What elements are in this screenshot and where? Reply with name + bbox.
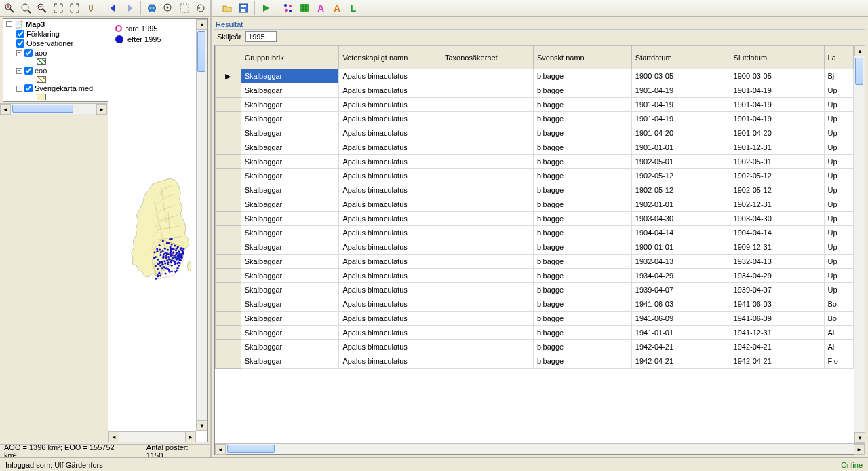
- cell[interactable]: 1902-05-12: [631, 183, 730, 197]
- cell[interactable]: Apalus bimaculatus: [339, 255, 441, 269]
- cell[interactable]: Up: [824, 226, 853, 240]
- cell[interactable]: [441, 83, 533, 98]
- cell[interactable]: bibagge: [534, 312, 632, 326]
- cell[interactable]: Up: [824, 155, 853, 169]
- table-row[interactable]: SkalbaggarApalus bimaculatusbibagge1901-…: [216, 98, 854, 112]
- zoom-extent-icon[interactable]: [52, 1, 65, 15]
- observation-point[interactable]: [168, 258, 170, 260]
- row-header[interactable]: [216, 326, 241, 340]
- cell[interactable]: Skalbaggar: [241, 183, 339, 197]
- cell[interactable]: Apalus bimaculatus: [339, 83, 441, 98]
- table-row[interactable]: SkalbaggarApalus bimaculatusbibagge1901-…: [216, 126, 854, 140]
- row-header[interactable]: [216, 212, 241, 226]
- table-row[interactable]: SkalbaggarApalus bimaculatusbibagge1901-…: [216, 112, 854, 126]
- observation-point[interactable]: [174, 263, 176, 265]
- cell[interactable]: Skalbaggar: [241, 98, 339, 112]
- cell[interactable]: Skalbaggar: [241, 112, 339, 126]
- row-header[interactable]: [216, 155, 241, 169]
- cell[interactable]: Apalus bimaculatus: [339, 326, 441, 340]
- cell[interactable]: Skalbaggar: [241, 169, 339, 183]
- grid-vscroll[interactable]: ▲▼: [854, 45, 865, 443]
- cell[interactable]: 1902-05-01: [730, 155, 824, 169]
- cell[interactable]: Apalus bimaculatus: [339, 69, 441, 83]
- cell[interactable]: bibagge: [534, 83, 632, 98]
- row-header[interactable]: [216, 354, 241, 369]
- cell[interactable]: Skalbaggar: [241, 312, 339, 326]
- row-header[interactable]: [216, 169, 241, 183]
- cell[interactable]: [441, 297, 533, 312]
- cell[interactable]: Skalbaggar: [241, 297, 339, 312]
- cell[interactable]: bibagge: [534, 269, 632, 283]
- cell[interactable]: Up: [824, 169, 853, 183]
- observation-point[interactable]: [174, 255, 176, 257]
- cell[interactable]: Bo: [824, 297, 853, 312]
- cell[interactable]: 1900-03-05: [631, 69, 730, 83]
- save-icon[interactable]: [237, 1, 250, 15]
- letter-a-pink-icon[interactable]: A: [314, 1, 328, 15]
- observation-point[interactable]: [180, 248, 182, 250]
- open-icon[interactable]: [220, 1, 234, 15]
- observation-point[interactable]: [181, 257, 183, 259]
- table-row[interactable]: ▶SkalbaggarApalus bimaculatusbibagge1900…: [216, 69, 854, 83]
- observation-point[interactable]: [159, 248, 161, 250]
- cell[interactable]: All: [824, 340, 853, 354]
- observation-point[interactable]: [167, 242, 170, 244]
- cell[interactable]: Skalbaggar: [241, 354, 339, 369]
- table-row[interactable]: SkalbaggarApalus bimaculatusbibagge1939-…: [216, 283, 854, 297]
- cell[interactable]: 1941-06-09: [631, 312, 730, 326]
- table-row[interactable]: SkalbaggarApalus bimaculatusbibagge1902-…: [216, 183, 854, 197]
- observation-point[interactable]: [155, 265, 157, 267]
- tree-collapse-icon[interactable]: −: [16, 50, 22, 56]
- col-header[interactable]: Svenskt namn: [534, 46, 632, 69]
- cell[interactable]: Apalus bimaculatus: [339, 155, 441, 169]
- cell[interactable]: [441, 183, 533, 197]
- observation-point[interactable]: [176, 255, 178, 257]
- cell[interactable]: Apalus bimaculatus: [339, 340, 441, 354]
- cell[interactable]: Apalus bimaculatus: [339, 140, 441, 155]
- cell[interactable]: 1939-04-07: [730, 283, 824, 297]
- cell[interactable]: [441, 240, 533, 255]
- observation-point[interactable]: [165, 255, 167, 257]
- cell[interactable]: [441, 98, 533, 112]
- cell[interactable]: [441, 140, 533, 155]
- cell[interactable]: 1904-04-14: [631, 226, 730, 240]
- cell[interactable]: Up: [824, 140, 853, 155]
- observation-point[interactable]: [178, 265, 180, 267]
- cell[interactable]: Apalus bimaculatus: [339, 269, 441, 283]
- cell[interactable]: Skalbaggar: [241, 269, 339, 283]
- identify-icon[interactable]: [161, 1, 175, 15]
- cell[interactable]: Skalbaggar: [241, 240, 339, 255]
- table-row[interactable]: SkalbaggarApalus bimaculatusbibagge1942-…: [216, 354, 854, 369]
- observation-point[interactable]: [155, 278, 157, 280]
- cell[interactable]: [441, 197, 533, 212]
- layer-checkbox[interactable]: [24, 67, 33, 75]
- cell[interactable]: Up: [824, 240, 853, 255]
- observation-point[interactable]: [173, 248, 175, 250]
- cell[interactable]: [441, 69, 533, 83]
- cell[interactable]: 1901-04-19: [631, 112, 730, 126]
- scroll-right-icon[interactable]: ►: [96, 104, 107, 115]
- next-extent-icon[interactable]: [123, 1, 136, 15]
- observation-point[interactable]: [176, 267, 178, 269]
- cell[interactable]: Skalbaggar: [241, 83, 339, 98]
- cell[interactable]: 1904-04-14: [730, 226, 824, 240]
- cell[interactable]: bibagge: [534, 155, 632, 169]
- observation-point[interactable]: [176, 248, 178, 250]
- observation-point[interactable]: [165, 267, 167, 269]
- pan-icon[interactable]: [84, 1, 98, 15]
- observation-point[interactable]: [165, 272, 167, 274]
- cell[interactable]: 1901-04-19: [730, 112, 824, 126]
- cell[interactable]: 1901-04-19: [730, 98, 824, 112]
- col-header[interactable]: Grupprubrik: [241, 46, 339, 69]
- row-header[interactable]: [216, 283, 241, 297]
- row-header[interactable]: [216, 226, 241, 240]
- cell[interactable]: 1902-01-01: [631, 197, 730, 212]
- cell[interactable]: 1901-12-31: [730, 140, 824, 155]
- observation-point[interactable]: [174, 261, 176, 263]
- cell[interactable]: Bj: [824, 69, 853, 83]
- observation-point[interactable]: [165, 257, 167, 259]
- observation-point[interactable]: [179, 262, 181, 264]
- observation-point[interactable]: [160, 251, 162, 253]
- cell[interactable]: 1941-06-03: [730, 297, 824, 312]
- cell[interactable]: Apalus bimaculatus: [339, 126, 441, 140]
